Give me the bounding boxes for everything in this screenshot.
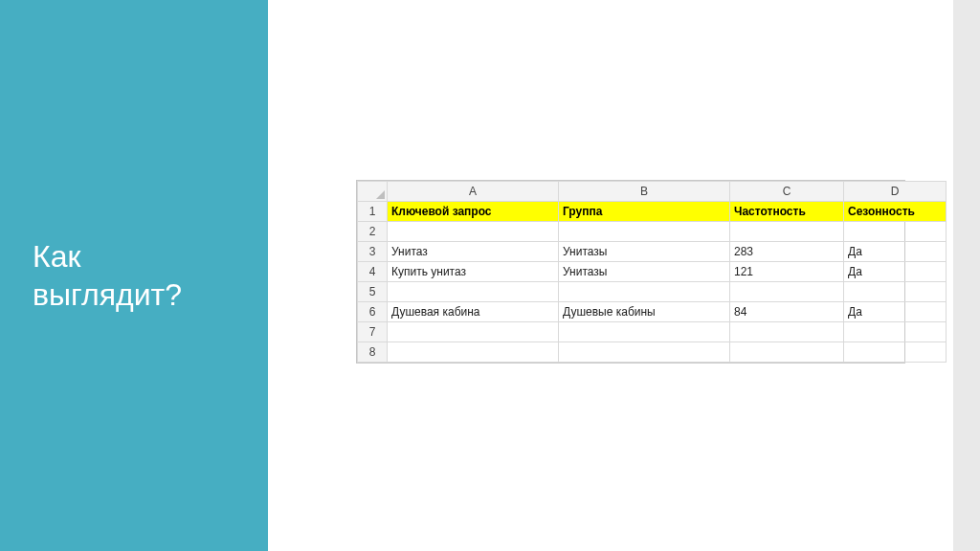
cell[interactable] [388, 322, 559, 342]
select-all-corner[interactable] [358, 182, 388, 202]
column-header-row: A B C D [358, 182, 947, 202]
table-row: 1 Ключевой запрос Группа Частотность Сез… [358, 202, 947, 222]
row-header-4[interactable]: 4 [358, 262, 388, 282]
cell-group[interactable]: Унитазы [559, 262, 730, 282]
cell[interactable] [844, 282, 947, 302]
cell[interactable] [559, 322, 730, 342]
row-header-8[interactable]: 8 [358, 342, 388, 363]
table-row: 2 [358, 222, 947, 242]
spreadsheet-table: A B C D 1 Ключевой запрос Группа Частотн… [357, 181, 947, 363]
cell[interactable] [559, 222, 730, 242]
col-header-B[interactable]: B [559, 182, 730, 202]
col-header-C[interactable]: C [730, 182, 844, 202]
cell[interactable] [730, 222, 844, 242]
row-header-5[interactable]: 5 [358, 282, 388, 302]
title-line-1: Как [33, 239, 80, 274]
header-frequency[interactable]: Частотность [730, 202, 844, 222]
table-row: 5 [358, 282, 947, 302]
cell-query[interactable]: Купить унитаз [388, 262, 559, 282]
cell-seasonality[interactable]: Да [844, 302, 947, 322]
col-header-A[interactable]: A [388, 182, 559, 202]
sidebar-panel: Как выглядит? [0, 0, 268, 551]
cell[interactable] [559, 342, 730, 363]
cell[interactable] [388, 222, 559, 242]
header-seasonality[interactable]: Сезонность [844, 202, 947, 222]
slide-stage: Как выглядит? A B C D 1 Ключевой запрос … [0, 0, 980, 551]
cell-seasonality[interactable]: Да [844, 242, 947, 262]
cell-query[interactable]: Унитаз [388, 242, 559, 262]
table-row: 3 Унитаз Унитазы 283 Да [358, 242, 947, 262]
cell[interactable] [844, 222, 947, 242]
header-query[interactable]: Ключевой запрос [388, 202, 559, 222]
row-header-1[interactable]: 1 [358, 202, 388, 222]
col-header-D[interactable]: D [844, 182, 947, 202]
cell[interactable] [730, 342, 844, 363]
table-row: 6 Душевая кабина Душевые кабины 84 Да [358, 302, 947, 322]
right-gray-strip [953, 0, 980, 551]
spreadsheet-snippet: A B C D 1 Ключевой запрос Группа Частотн… [356, 180, 905, 364]
table-row: 8 [358, 342, 947, 363]
title-line-2: выглядит? [33, 277, 182, 312]
cell[interactable] [844, 322, 947, 342]
row-header-7[interactable]: 7 [358, 322, 388, 342]
cell-frequency[interactable]: 84 [730, 302, 844, 322]
cell-query[interactable]: Душевая кабина [388, 302, 559, 322]
cell-seasonality[interactable]: Да [844, 262, 947, 282]
row-header-3[interactable]: 3 [358, 242, 388, 262]
cell[interactable] [388, 282, 559, 302]
cell-frequency[interactable]: 121 [730, 262, 844, 282]
cell[interactable] [730, 322, 844, 342]
cell-group[interactable]: Унитазы [559, 242, 730, 262]
sidebar-title: Как выглядит? [0, 237, 201, 314]
cell[interactable] [844, 342, 947, 363]
cell-frequency[interactable]: 283 [730, 242, 844, 262]
row-header-2[interactable]: 2 [358, 222, 388, 242]
table-row: 7 [358, 322, 947, 342]
cell-group[interactable]: Душевые кабины [559, 302, 730, 322]
row-header-6[interactable]: 6 [358, 302, 388, 322]
table-row: 4 Купить унитаз Унитазы 121 Да [358, 262, 947, 282]
cell[interactable] [559, 282, 730, 302]
cell[interactable] [730, 282, 844, 302]
cell[interactable] [388, 342, 559, 363]
header-group[interactable]: Группа [559, 202, 730, 222]
